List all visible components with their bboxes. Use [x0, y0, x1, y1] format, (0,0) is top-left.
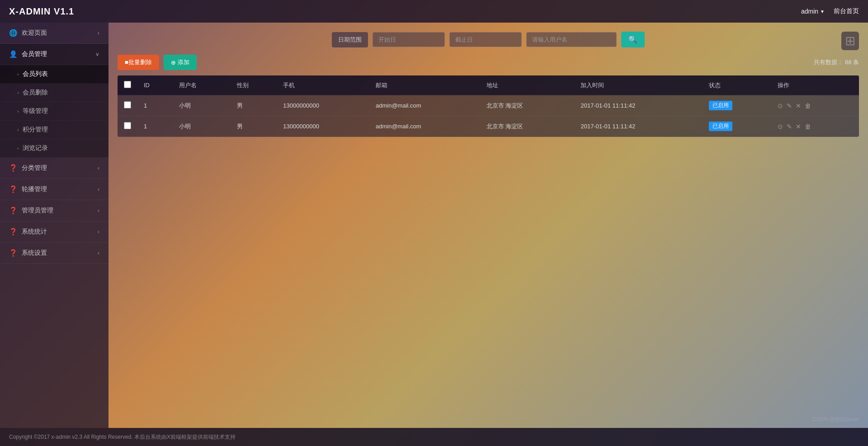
row-status: 已启用	[703, 116, 771, 137]
action-bar: ■批量删除 ⊕ 添加 共有数据： 88 条	[118, 55, 859, 70]
data-table-container: ID 用户名 性别 手机 邮箱 地址 加入时间 状态 操作 1	[118, 75, 859, 137]
row-address: 北京市 海淀区	[480, 116, 575, 137]
edit-icon[interactable]: ✎	[787, 102, 792, 109]
row-checkbox-0[interactable]	[124, 101, 131, 108]
action-bar-left: ■批量删除 ⊕ 添加	[118, 55, 197, 70]
sidebar-item-carousel[interactable]: ❓ 轮播管理 ‹	[0, 179, 108, 200]
total-info: 共有数据： 88 条	[814, 58, 859, 66]
sidebar-item-category[interactable]: ❓ 分类管理 ‹	[0, 158, 108, 179]
row-email: admin@mail.com	[369, 95, 480, 116]
col-join-time: 加入时间	[574, 75, 702, 95]
disable-icon[interactable]: ✕	[796, 102, 801, 109]
header: X-ADMIN V1.1 admin ▼ 前台首页	[0, 0, 868, 23]
front-home-link[interactable]: 前台首页	[834, 7, 859, 15]
row-id: 1	[137, 95, 173, 116]
row-checkbox-1[interactable]	[124, 122, 131, 129]
add-button[interactable]: ⊕ 添加	[164, 55, 197, 70]
row-phone: 13000000000	[277, 116, 369, 137]
person-icon: 👤	[9, 50, 17, 58]
view-icon[interactable]: ⊙	[778, 123, 783, 130]
sidebar-sub-item-level-manage[interactable]: › 等级管理	[0, 102, 108, 121]
add-label: 添加	[178, 58, 189, 66]
row-gender: 男	[231, 116, 277, 137]
username-input[interactable]	[526, 32, 617, 47]
question-icon-1: ❓	[9, 164, 17, 172]
edit-icon[interactable]: ✎	[787, 123, 792, 130]
row-username: 小明	[173, 116, 231, 137]
select-all-checkbox[interactable]	[124, 81, 131, 88]
sidebar-label-stats: 系统统计	[22, 228, 47, 236]
main-layout: 🌐 欢迎页面 ‹ 👤 会员管理 ∨ › 会员列表 › 会员删除 ›	[0, 23, 868, 428]
row-gender: 男	[231, 95, 277, 116]
sidebar-label-settings: 系统设置	[22, 249, 47, 257]
admin-menu[interactable]: admin ▼	[801, 8, 825, 15]
grid-icon[interactable]: ⊞	[841, 32, 859, 50]
footer-copyright: Copyright ©2017 x-admin v2.3 All Rights …	[9, 433, 236, 441]
data-table: ID 用户名 性别 手机 邮箱 地址 加入时间 状态 操作 1	[118, 75, 859, 137]
col-action: 操作	[771, 75, 859, 95]
col-username: 用户名	[173, 75, 231, 95]
sub-arrow-icon: ›	[17, 146, 19, 151]
sidebar-arrow-carousel: ‹	[98, 186, 99, 192]
sidebar-item-welcome[interactable]: 🌐 欢迎页面 ‹	[0, 23, 108, 44]
sidebar-arrow-member: ∨	[95, 51, 99, 57]
batch-delete-button[interactable]: ■批量删除	[118, 55, 159, 70]
table-header-row: ID 用户名 性别 手机 邮箱 地址 加入时间 状态 操作	[118, 75, 859, 95]
row-checkbox-cell	[118, 95, 137, 116]
row-join-time: 2017-01-01 11:11:42	[574, 116, 702, 137]
sidebar-item-settings[interactable]: ❓ 系统设置 ‹	[0, 243, 108, 264]
row-username: 小明	[173, 95, 231, 116]
sidebar-sub-label-member-list: 会员列表	[23, 70, 48, 78]
search-bar: 日期范围 🔍 ⊞	[118, 32, 859, 47]
row-phone: 13000000000	[277, 95, 369, 116]
search-icon: 🔍	[628, 35, 637, 44]
start-date-input[interactable]	[373, 32, 445, 47]
question-icon-5: ❓	[9, 249, 17, 257]
col-status: 状态	[703, 75, 771, 95]
sidebar-sub-item-member-delete[interactable]: › 会员删除	[0, 84, 108, 102]
sidebar-sub-label-score-manage: 积分管理	[23, 126, 48, 134]
sidebar-arrow-admin-manage: ‹	[98, 207, 99, 214]
table-row: 1 小明 男 13000000000 admin@mail.com 北京市 海淀…	[118, 116, 859, 137]
total-label: 共有数据：	[814, 59, 843, 66]
col-phone: 手机	[277, 75, 369, 95]
sidebar-arrow-welcome: ‹	[98, 30, 99, 36]
sidebar-label-member: 会员管理	[22, 50, 47, 58]
row-checkbox-cell	[118, 116, 137, 137]
delete-icon[interactable]: 🗑	[805, 102, 811, 109]
logo: X-ADMIN V1.1	[9, 6, 74, 17]
sidebar-item-stats[interactable]: ❓ 系统统计 ‹	[0, 221, 108, 243]
end-date-input[interactable]	[449, 32, 522, 47]
sidebar-sub-item-score-manage[interactable]: › 积分管理	[0, 121, 108, 139]
admin-arrow-icon: ▼	[820, 9, 825, 14]
sidebar-sub-member: › 会员列表 › 会员删除 › 等级管理 › 积分管理 › 浏览记录	[0, 65, 108, 158]
view-icon[interactable]: ⊙	[778, 102, 783, 109]
row-join-time: 2017-01-01 11:11:42	[574, 95, 702, 116]
question-icon-4: ❓	[9, 228, 17, 236]
sub-arrow-icon: ›	[17, 90, 19, 95]
admin-label: admin	[801, 8, 818, 15]
sidebar-sub-item-member-list[interactable]: › 会员列表	[0, 65, 108, 84]
col-email: 邮箱	[369, 75, 480, 95]
sub-arrow-icon: ›	[17, 127, 19, 132]
row-actions: ⊙ ✎ ✕ 🗑	[771, 95, 859, 116]
question-icon-3: ❓	[9, 207, 17, 215]
table-row: 1 小明 男 13000000000 admin@mail.com 北京市 海淀…	[118, 95, 859, 116]
date-range-label: 日期范围	[332, 32, 368, 47]
search-button[interactable]: 🔍	[621, 32, 645, 47]
sidebar-item-admin-manage[interactable]: ❓ 管理员管理 ‹	[0, 200, 108, 221]
total-unit: 条	[853, 59, 859, 66]
sidebar-item-member[interactable]: 👤 会员管理 ∨	[0, 44, 108, 65]
row-email: admin@mail.com	[369, 116, 480, 137]
status-badge: 已启用	[709, 101, 732, 110]
col-address: 地址	[480, 75, 575, 95]
sidebar-label-welcome: 欢迎页面	[22, 29, 47, 37]
disable-icon[interactable]: ✕	[796, 123, 801, 130]
header-right: admin ▼ 前台首页	[801, 7, 859, 15]
sidebar-sub-item-browse-history[interactable]: › 浏览记录	[0, 139, 108, 158]
sidebar-sub-label-level-manage: 等级管理	[23, 107, 48, 115]
question-icon-2: ❓	[9, 185, 17, 193]
total-count: 88	[845, 59, 851, 66]
delete-icon[interactable]: 🗑	[805, 123, 811, 130]
add-icon: ⊕	[171, 59, 176, 66]
